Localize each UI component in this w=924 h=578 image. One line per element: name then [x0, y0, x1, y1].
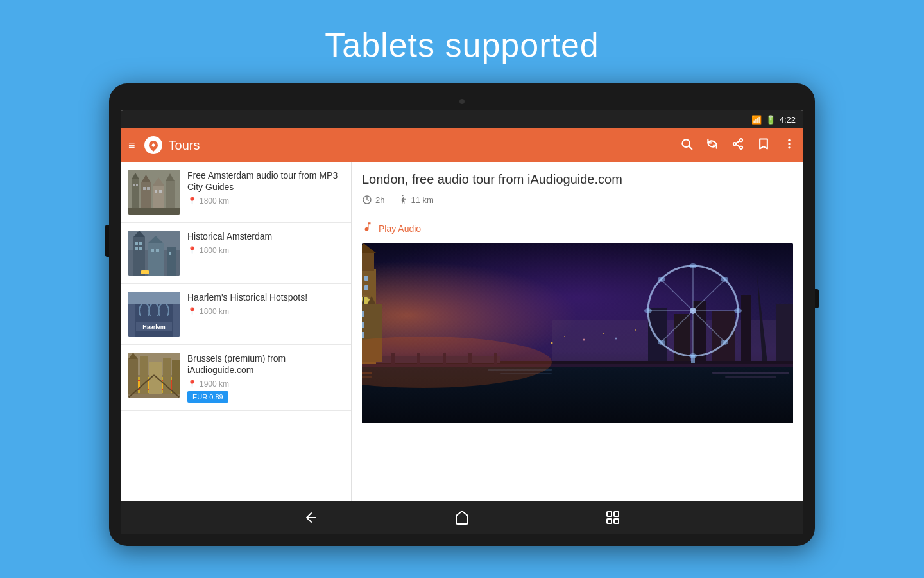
- tour-distance: 📍 1900 km: [187, 380, 343, 389]
- tour-detail-image: [362, 243, 793, 423]
- svg-rect-120: [362, 332, 364, 338]
- search-icon[interactable]: [680, 137, 693, 153]
- tour-item[interactable]: Brussels (premium) from iAudioguide.com …: [121, 345, 351, 411]
- tour-thumbnail: Haarlem: [128, 292, 180, 337]
- logo-pin-dot: [151, 143, 155, 147]
- tour-distance: 📍 1800 km: [187, 197, 343, 206]
- tour-detail-panel: London, free audio tour from iAudioguide…: [352, 162, 803, 501]
- svg-rect-33: [139, 247, 142, 250]
- svg-point-137: [644, 308, 652, 313]
- svg-rect-151: [607, 512, 612, 516]
- power-button: [815, 289, 819, 308]
- tour-info: Free Amsterdam audio tour from MP3 City …: [187, 170, 343, 206]
- tour-thumbnail: [128, 231, 180, 276]
- svg-rect-86: [725, 376, 776, 378]
- location-pin-icon: 📍: [187, 197, 197, 206]
- svg-rect-23: [166, 181, 175, 208]
- svg-point-149: [615, 338, 617, 340]
- svg-rect-32: [135, 247, 138, 250]
- svg-line-5: [736, 141, 740, 143]
- app-title: Tours: [169, 138, 674, 153]
- svg-rect-85: [712, 372, 789, 374]
- tour-info: Haarlem's Historical Hotspots! 📍 1800 km: [187, 292, 343, 316]
- svg-point-148: [603, 333, 604, 334]
- play-audio-button[interactable]: Play Audio: [362, 221, 793, 236]
- volume-button: [105, 225, 109, 257]
- svg-point-9: [788, 146, 790, 148]
- svg-rect-37: [156, 249, 159, 252]
- tour-item[interactable]: Historical Amsterdam 📍 1800 km: [121, 223, 351, 284]
- tablet-frame: 📶 🔋 4:22 ≡ Tours: [109, 83, 815, 546]
- svg-point-8: [788, 143, 790, 144]
- svg-point-147: [583, 339, 585, 341]
- svg-rect-38: [167, 247, 176, 276]
- tour-thumbnail: [128, 170, 180, 215]
- svg-rect-11: [132, 179, 139, 208]
- more-options-icon[interactable]: [783, 137, 796, 153]
- svg-rect-21: [155, 190, 157, 193]
- svg-rect-114: [362, 311, 364, 317]
- music-note-icon: [362, 221, 373, 236]
- recents-button[interactable]: [599, 504, 627, 532]
- svg-rect-30: [135, 242, 138, 245]
- tour-info: Brussels (premium) from iAudioguide.com …: [187, 353, 343, 403]
- svg-rect-36: [151, 249, 154, 252]
- svg-rect-19: [153, 186, 164, 208]
- tour-distance: 📍 1800 km: [187, 307, 343, 316]
- svg-rect-17: [143, 187, 146, 190]
- svg-rect-104: [364, 276, 368, 281]
- main-content: Free Amsterdam audio tour from MP3 City …: [121, 162, 803, 501]
- status-icons: 📶 🔋 4:22: [751, 115, 796, 125]
- tour-name: Historical Amsterdam: [187, 231, 343, 242]
- svg-point-145: [551, 342, 553, 344]
- svg-point-142: [658, 340, 665, 345]
- detail-duration: 2h: [362, 195, 384, 205]
- svg-rect-143: [691, 355, 695, 363]
- battery-icon: 🔋: [766, 115, 776, 125]
- refresh-icon[interactable]: [706, 137, 719, 153]
- app-bar-actions: [680, 137, 796, 153]
- svg-point-140: [721, 340, 728, 345]
- svg-rect-22: [159, 190, 162, 193]
- svg-rect-98: [362, 253, 374, 271]
- tour-item[interactable]: Free Amsterdam audio tour from MP3 City …: [121, 162, 351, 223]
- svg-point-135: [689, 263, 697, 268]
- svg-rect-15: [141, 182, 151, 208]
- wifi-icon: 📶: [751, 115, 762, 125]
- svg-point-146: [564, 336, 565, 337]
- svg-point-150: [635, 329, 636, 331]
- status-time: 4:22: [780, 115, 796, 125]
- play-audio-label: Play Audio: [379, 223, 421, 234]
- svg-rect-14: [136, 184, 138, 186]
- svg-rect-40: [141, 270, 149, 274]
- svg-line-6: [736, 144, 740, 147]
- bookmark-icon[interactable]: [757, 137, 770, 153]
- back-button[interactable]: [297, 504, 325, 532]
- detail-walk-distance: 11 km: [397, 195, 433, 205]
- home-button[interactable]: [448, 504, 476, 532]
- tour-item[interactable]: Haarlem Haarlem's Historical Hotspots! 📍…: [121, 284, 351, 345]
- app-logo: [144, 136, 162, 154]
- tour-name: Haarlem's Historical Hotspots!: [187, 292, 343, 303]
- svg-rect-50: [128, 292, 180, 304]
- svg-line-1: [689, 146, 692, 149]
- location-pin-icon: 📍: [187, 246, 197, 255]
- tour-info: Historical Amsterdam 📍 1800 km: [187, 231, 343, 255]
- hamburger-menu-icon[interactable]: ≡: [128, 139, 135, 152]
- svg-rect-56: [128, 359, 138, 394]
- svg-rect-117: [362, 322, 364, 328]
- tour-thumbnail: [128, 353, 180, 398]
- location-pin-icon: 📍: [187, 307, 197, 316]
- logo-pin-shape: [147, 139, 160, 152]
- tour-price-badge: EUR 0.89: [187, 391, 228, 403]
- svg-point-139: [658, 277, 665, 282]
- svg-text:Haarlem: Haarlem: [142, 324, 166, 330]
- location-pin-icon: 📍: [187, 380, 197, 389]
- svg-rect-153: [607, 519, 612, 523]
- svg-point-141: [721, 277, 728, 282]
- svg-rect-31: [139, 242, 142, 245]
- svg-point-7: [788, 139, 790, 141]
- tablet-top-bezel: [121, 95, 803, 108]
- share-icon[interactable]: [732, 137, 744, 153]
- svg-rect-25: [128, 208, 180, 215]
